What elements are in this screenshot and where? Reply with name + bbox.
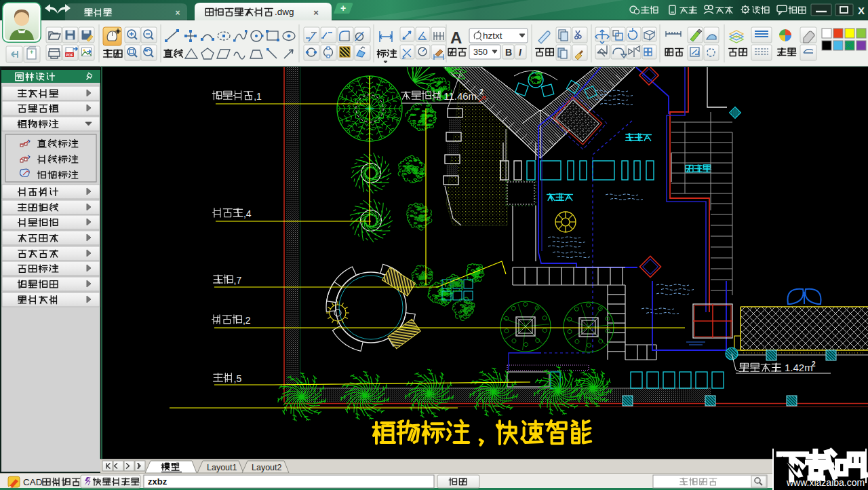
svg-text:B: B — [505, 47, 512, 58]
svg-text:A: A — [450, 29, 462, 47]
svg-text:www.xiazaiba.com: www.xiazaiba.com — [786, 477, 865, 488]
svg-text:11.46m: 11.46m — [443, 90, 477, 102]
svg-text:1.42m: 1.42m — [785, 362, 813, 373]
svg-text:350: 350 — [473, 48, 488, 57]
svg-text:hztxt: hztxt — [483, 31, 502, 41]
svg-text:,1: ,1 — [254, 91, 262, 102]
svg-text:X: X — [858, 5, 865, 16]
svg-text:+: + — [340, 3, 346, 14]
svg-text:,5: ,5 — [234, 373, 242, 384]
svg-text:+: + — [30, 49, 33, 56]
svg-text:,2: ,2 — [243, 315, 251, 326]
svg-text:×: × — [175, 8, 180, 18]
svg-text:zxbz: zxbz — [148, 476, 167, 487]
svg-text:2: 2 — [479, 88, 484, 96]
svg-text:,7: ,7 — [234, 275, 242, 286]
svg-text:.dwg: .dwg — [275, 7, 294, 17]
svg-text:Layout1: Layout1 — [207, 463, 237, 472]
svg-text:CAD: CAD — [23, 477, 43, 487]
svg-text:PDF: PDF — [66, 53, 74, 57]
svg-text:2: 2 — [812, 360, 816, 368]
svg-text:,4: ,4 — [243, 208, 252, 219]
svg-text:Layout2: Layout2 — [252, 463, 282, 472]
svg-text:×: × — [313, 7, 319, 18]
